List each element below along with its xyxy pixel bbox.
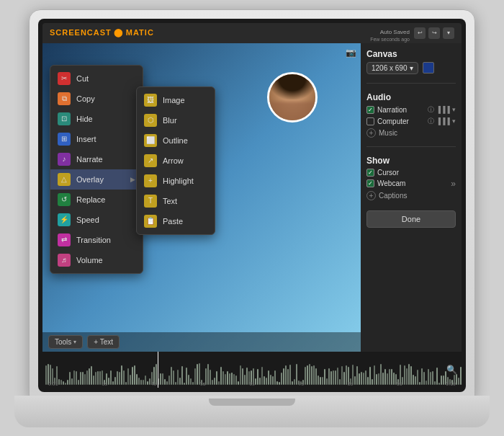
webcam-person-image (269, 74, 315, 120)
narration-expand-icon[interactable]: ▾ (452, 106, 456, 113)
overlay-chevron-icon: ▶ (130, 176, 135, 183)
time-label-0: 0:01 (48, 381, 58, 386)
highlight-label: Highlight (163, 177, 194, 185)
arrow-label: Arrow (163, 156, 184, 165)
screen-bezel: SCREENCAST ⬤ MATIC Auto Saved Few second… (38, 19, 466, 392)
insert-label: Insert (76, 135, 96, 143)
menu-item-overlay[interactable]: △ Overlay ▶ (50, 169, 143, 190)
transition-icon: ⇄ (58, 233, 71, 246)
submenu-item-paste[interactable]: 📋 Paste (137, 211, 215, 231)
add-captions-row[interactable]: + Captions (366, 191, 456, 200)
submenu-item-text[interactable]: T Text (137, 191, 215, 211)
more-options-button[interactable]: ▾ (443, 27, 454, 39)
app-main: 📷 ✂ Cut (42, 43, 462, 352)
tools-button[interactable]: Tools ▾ (48, 335, 83, 349)
cursor-checkbox[interactable] (366, 169, 374, 177)
time-label-1: 3s (102, 381, 107, 386)
auto-saved-time: Few seconds ago (370, 37, 410, 42)
canvas-size-value: 1206 x 690 (372, 64, 408, 72)
timeline-search-icon[interactable]: 🔍 (446, 365, 457, 375)
image-label: Image (163, 96, 185, 104)
timeline: 0:01 3s 4s 5s 6s 7s 8s 9s 0:10 🔍 (42, 352, 462, 388)
computer-expand-icon[interactable]: ▾ (452, 117, 456, 125)
menu-item-hide[interactable]: ⊡ Hide (50, 109, 143, 129)
menu-item-cut[interactable]: ✂ Cut (50, 68, 143, 89)
canvas-section: Canvas 1206 x 690 ▾ (366, 49, 456, 74)
submenu-item-blur[interactable]: ⬡ Blur (137, 110, 215, 130)
submenu-item-outline[interactable]: ⬜ Outline (137, 130, 215, 151)
image-icon: 🖼 (144, 94, 157, 107)
done-button[interactable]: Done (366, 210, 456, 228)
time-label-8: 0:10 (446, 381, 456, 386)
cut-icon: ✂ (58, 72, 71, 85)
undo-button[interactable]: ↩ (414, 27, 426, 39)
logo-text: SCREENCAST (50, 28, 112, 37)
narrate-icon: ♪ (58, 153, 71, 166)
show-title: Show (366, 156, 456, 166)
canvas-size-dropdown[interactable]: 1206 x 690 ▾ (366, 62, 418, 74)
replace-label: Replace (76, 195, 105, 204)
time-label-5: 7s (299, 381, 304, 386)
copy-icon: ⧉ (58, 92, 71, 105)
show-section: Show Cursor Webcam » + (366, 156, 456, 200)
divider-1 (366, 83, 456, 84)
canvas-title: Canvas (366, 49, 456, 59)
narration-checkbox[interactable] (366, 106, 374, 114)
redo-button[interactable]: ↪ (428, 27, 440, 39)
insert-icon: ⊞ (58, 133, 71, 146)
add-text-label: + Text (94, 338, 113, 346)
computer-info-icon[interactable]: ⓘ (428, 117, 434, 126)
tools-dropdown-icon: ▾ (73, 339, 76, 345)
submenu-item-highlight[interactable]: + Highlight (137, 171, 215, 191)
speed-icon: ⚡ (58, 213, 71, 226)
arrow-icon: ↗ (144, 154, 157, 167)
computer-icons: ⓘ ▐▐▐ ▾ (428, 117, 456, 126)
paste-label: Paste (163, 217, 183, 226)
laptop-base (14, 396, 490, 427)
cut-label: Cut (76, 74, 89, 83)
audio-section: Audio Narration ⓘ ▐▐▐ ▾ (366, 92, 456, 138)
overlay-icon: △ (58, 173, 71, 186)
menu-item-insert[interactable]: ⊞ Insert (50, 129, 143, 149)
add-music-row[interactable]: + Music (366, 128, 456, 138)
overlay-submenu: 🖼 Image ⬡ Blur ⬜ Outline (136, 86, 215, 235)
canvas-controls: 1206 x 690 ▾ (366, 62, 456, 74)
webcam-expand-icon[interactable]: » (451, 179, 456, 189)
canvas-color-picker[interactable] (423, 62, 434, 74)
laptop-outer: SCREENCAST ⬤ MATIC Auto Saved Few second… (14, 9, 490, 427)
overlay-label: Overlay (76, 175, 104, 184)
add-text-button[interactable]: + Text (87, 335, 120, 349)
webcam-row: Webcam » (366, 179, 456, 189)
time-label-2: 4s (151, 381, 156, 386)
add-captions-icon: + (366, 191, 376, 200)
time-label-6: 8s (348, 381, 353, 386)
menu-item-transition[interactable]: ⇄ Transition (50, 230, 143, 250)
app-logo: SCREENCAST ⬤ MATIC (50, 28, 154, 37)
webcam-checkbox[interactable] (366, 179, 374, 187)
blur-icon: ⬡ (144, 114, 157, 127)
webcam-label: Webcam (377, 179, 448, 187)
computer-level-icon[interactable]: ▐▐▐ (436, 117, 450, 125)
menu-item-speed[interactable]: ⚡ Speed (50, 210, 143, 230)
menu-item-replace[interactable]: ↺ Replace (50, 190, 143, 210)
submenu-item-image[interactable]: 🖼 Image (137, 90, 215, 110)
menu-item-copy[interactable]: ⧉ Copy (50, 89, 143, 109)
volume-icon: ♬ (58, 254, 71, 267)
topbar-icons: ↩ ↪ ▾ (414, 27, 454, 39)
computer-checkbox[interactable] (366, 117, 374, 125)
webcam-hair (269, 74, 315, 99)
app-topbar: SCREENCAST ⬤ MATIC Auto Saved Few second… (42, 23, 462, 43)
cursor-label: Cursor (377, 169, 456, 177)
divider-2 (366, 146, 456, 147)
outline-label: Outline (163, 136, 188, 145)
narration-label: Narration (377, 106, 425, 114)
narration-level-icon[interactable]: ▐▐▐ (436, 106, 450, 113)
speed-label: Speed (76, 215, 99, 224)
cursor-row: Cursor (366, 169, 456, 177)
narration-info-icon[interactable]: ⓘ (428, 105, 434, 115)
menu-item-narrate[interactable]: ♪ Narrate (50, 149, 143, 169)
text-icon: T (144, 195, 157, 208)
computer-label: Computer (377, 117, 425, 125)
submenu-item-arrow[interactable]: ↗ Arrow (137, 151, 215, 171)
menu-item-volume[interactable]: ♬ Volume (50, 250, 143, 270)
